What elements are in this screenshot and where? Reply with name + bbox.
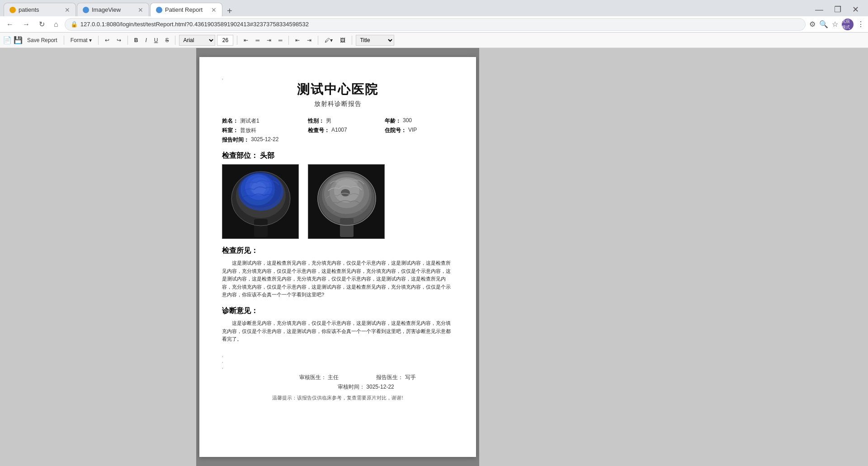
reporter-label: 报告医生： <box>376 374 403 380</box>
address-bar: ← → ↻ ⌂ 🔒 127.0.0.1:8080/login/test/test… <box>0 16 868 33</box>
exam-value: 头部 <box>260 152 274 159</box>
zoom-icon[interactable]: 🔍 <box>819 20 828 29</box>
report-time-item: 报告时间： 3025-12-22 <box>222 136 281 144</box>
indent-decrease-button[interactable]: ⇤ <box>292 36 302 44</box>
dept-item: 科室： 普放科 <box>222 127 281 134</box>
tab-imageview-close[interactable]: ✕ <box>138 6 143 14</box>
align-center-button[interactable]: ═ <box>253 36 262 44</box>
diagnosis-title: 诊断意见： <box>222 306 453 316</box>
brain-image-colored <box>222 164 299 239</box>
file-icon: 📄 <box>3 36 12 44</box>
info-row-2: 科室： 普放科 检查号： A1007 住院号： VIP <box>222 127 453 134</box>
underline-button[interactable]: U <box>151 36 161 44</box>
name-value: 测试者1 <box>240 117 259 125</box>
document-container[interactable]: , 测试中心医院 放射科诊断报告 姓名： 测试者1 性别： 男 <box>196 48 479 466</box>
svg-point-11 <box>242 174 275 201</box>
back-button[interactable]: ← <box>4 19 16 29</box>
exam-num-value: A1007 <box>331 127 347 134</box>
new-tab-button[interactable]: + <box>223 6 236 16</box>
minimize-button[interactable]: — <box>811 5 827 14</box>
style-select[interactable]: Title Heading 1 Normal <box>356 35 394 46</box>
marker-footer-3: , <box>222 364 453 369</box>
dept-label: 科室： <box>222 127 238 134</box>
maximize-button[interactable]: ❐ <box>830 5 845 14</box>
exam-label: 检查部位： <box>222 152 258 159</box>
bookmark-icon[interactable]: ☆ <box>832 20 838 29</box>
font-size-input[interactable] <box>217 35 233 46</box>
findings-title: 检查所见： <box>222 246 453 256</box>
format-button[interactable]: Format ▾ <box>68 36 94 44</box>
tab-report-label: Patient Report <box>165 6 203 13</box>
svg-rect-20 <box>340 218 354 237</box>
reviewer-label: 审核医生： <box>299 374 326 380</box>
info-row-3: 报告时间： 3025-12-22 <box>222 136 453 144</box>
report-time-label: 报告时间： <box>222 136 249 144</box>
extensions-icon[interactable]: ⚙ <box>809 20 816 29</box>
report-time-value: 3025-12-22 <box>251 136 278 144</box>
save-report-button[interactable]: Save Report <box>24 36 60 44</box>
brain-images <box>222 164 453 239</box>
exam-section: 检查部位： 头部 <box>222 151 453 161</box>
marker-top: , <box>222 75 453 80</box>
toolbar-separator-7 <box>318 36 318 45</box>
save-report-label: Save Report <box>27 37 57 43</box>
home-button[interactable]: ⌂ <box>51 19 61 29</box>
tab-imageview[interactable]: ImageView ✕ <box>77 3 149 16</box>
font-select[interactable]: Arial <box>179 35 215 46</box>
patient-info: 姓名： 测试者1 性别： 男 年龄： 300 科室： 普放科 <box>222 117 453 144</box>
forward-button[interactable]: → <box>20 19 33 29</box>
gender-label: 性别： <box>308 117 324 125</box>
findings-section: 检查所见： 这是测试内容，这是检查所见内容，充分填充内容，仅仅是个示意内容，这是… <box>222 246 453 299</box>
doc-footer: 审核医生： 主任 报告医生： 写手 审核时间： 3025-12-22 温馨提示 <box>222 374 453 401</box>
highlight-button[interactable]: 🖊▾ <box>322 36 335 44</box>
age-item: 年龄： 300 <box>385 117 443 125</box>
svg-point-22 <box>335 177 358 186</box>
save-icon: 💾 <box>14 36 23 44</box>
profile-button[interactable]: 无痕模式 <box>842 19 854 30</box>
review-time-label: 审核时间： <box>338 384 365 390</box>
tab-patient-report[interactable]: Patient Report ✕ <box>150 3 222 16</box>
close-button[interactable]: ✕ <box>849 5 863 14</box>
reload-button[interactable]: ↻ <box>36 19 47 29</box>
url-input[interactable]: 🔒 127.0.0.1:8080/login/test/testReport.h… <box>65 18 806 31</box>
tab-imageview-label: ImageView <box>92 6 121 13</box>
editor-toolbar: 📄 💾 Save Report Format ▾ ↩ ↪ B I U S Ari… <box>0 33 868 48</box>
marker-footer-2: , <box>222 358 453 363</box>
review-time-item: 审核时间： 3025-12-22 <box>338 383 453 391</box>
bold-button[interactable]: B <box>132 36 141 44</box>
left-panel <box>0 48 196 466</box>
info-row-1: 姓名： 测试者1 性别： 男 年龄： 300 <box>222 117 453 125</box>
svg-point-19 <box>341 189 350 196</box>
profile-label: 无痕模式 <box>842 19 854 30</box>
findings-text: 这是测试内容，这是检查所见内容，充分填充内容，仅仅是个示意内容，这是测试内容，这… <box>222 259 453 299</box>
brain-svg-colored <box>222 165 299 239</box>
name-item: 姓名： 测试者1 <box>222 117 281 125</box>
right-panel <box>479 48 868 466</box>
address-bar-actions: ⚙ 🔍 ☆ 无痕模式 ⋮ <box>809 19 864 30</box>
tab-imageview-icon <box>83 7 89 13</box>
admission-label: 住院号： <box>385 127 406 134</box>
image-button[interactable]: 🖼 <box>337 36 348 44</box>
justify-button[interactable]: ═ <box>276 36 285 44</box>
tab-patients-close[interactable]: ✕ <box>65 6 70 14</box>
age-value: 300 <box>403 117 412 125</box>
reporter-item: 报告医生： 写手 <box>376 374 453 381</box>
undo-button[interactable]: ↩ <box>102 36 112 44</box>
italic-button[interactable]: I <box>142 36 149 44</box>
age-label: 年龄： <box>385 117 401 125</box>
align-right-button[interactable]: ⇥ <box>264 36 274 44</box>
document: , 测试中心医院 放射科诊断报告 姓名： 测试者1 性别： 男 <box>199 57 476 457</box>
toolbar-separator-4 <box>175 36 175 45</box>
tab-report-close[interactable]: ✕ <box>211 6 217 14</box>
strikethrough-button[interactable]: S <box>162 36 171 44</box>
more-icon[interactable]: ⋮ <box>857 20 864 29</box>
indent-increase-button[interactable]: ⇥ <box>304 36 314 44</box>
align-left-button[interactable]: ⇤ <box>241 36 251 44</box>
brain-svg-bw <box>308 165 385 239</box>
images-section <box>222 164 453 239</box>
redo-button[interactable]: ↪ <box>114 36 124 44</box>
toolbar-separator-8 <box>352 36 352 45</box>
tab-patients[interactable]: patients ✕ <box>4 3 76 16</box>
name-label: 姓名： <box>222 117 238 125</box>
toolbar-separator-5 <box>237 36 237 45</box>
